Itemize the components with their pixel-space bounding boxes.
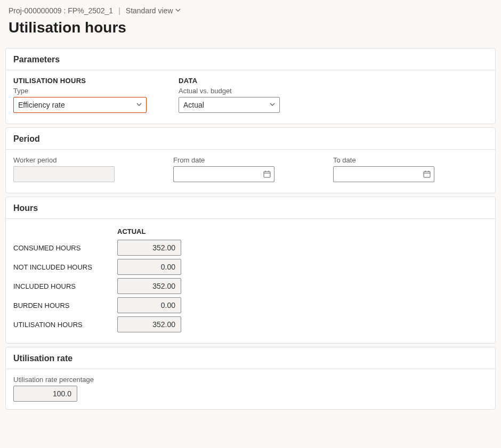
breadcrumb: Proj-000000009 : FP%_2502_1 | Standard v… — [0, 0, 501, 18]
chevron-down-icon — [136, 102, 142, 108]
burden-hours-actual: 0.00 — [117, 297, 181, 313]
table-row: BURDEN HOURS 0.00 — [13, 297, 181, 313]
utilisation-hours-actual: 352.00 — [117, 316, 181, 332]
worker-period-group: Worker period — [13, 156, 115, 182]
table-row: NOT INCLUDED HOURS 0.00 — [13, 259, 181, 275]
to-date-group: To date — [333, 156, 434, 182]
consumed-hours-actual: 352.00 — [117, 240, 181, 256]
row-label: INCLUDED HOURS — [13, 278, 117, 294]
row-label: UTILISATION HOURS — [13, 316, 117, 332]
chevron-down-icon — [270, 102, 275, 108]
page-title: Utilisation hours — [0, 18, 501, 45]
to-date-label: To date — [333, 156, 434, 164]
rate-percentage-value: 100.0 — [13, 386, 77, 402]
utilisation-rate-header: Utilisation rate — [6, 347, 495, 369]
chevron-down-icon — [175, 7, 181, 14]
type-select[interactable]: Efficiency rate — [13, 97, 147, 113]
utilisation-hours-heading: UTILISATION HOURS — [13, 77, 147, 85]
hours-panel: Hours ACTUAL CONSUMED HOURS 352.00 NOT I… — [5, 197, 496, 344]
view-dropdown[interactable]: Standard view — [126, 6, 181, 15]
worker-period-label: Worker period — [13, 156, 115, 164]
view-dropdown-label: Standard view — [126, 6, 173, 15]
type-select-value: Efficiency rate — [18, 101, 65, 109]
breadcrumb-project: Proj-000000009 : FP%_2502_1 — [9, 6, 113, 15]
parameters-header: Parameters — [6, 48, 495, 70]
table-row: UTILISATION HOURS 352.00 — [13, 316, 181, 332]
table-row: CONSUMED HOURS 352.00 — [13, 240, 181, 256]
hours-col-actual: ACTUAL — [117, 227, 181, 237]
actual-vs-budget-label: Actual vs. budget — [179, 87, 280, 95]
from-date-label: From date — [173, 156, 274, 164]
data-group: DATA Actual vs. budget Actual — [179, 77, 280, 113]
utilisation-rate-panel: Utilisation rate Utilisation rate percen… — [5, 347, 496, 410]
from-date-input[interactable] — [173, 166, 274, 182]
type-label: Type — [13, 87, 147, 95]
rate-percentage-label: Utilisation rate percentage — [13, 376, 488, 384]
to-date-input[interactable] — [333, 166, 434, 182]
breadcrumb-separator: | — [118, 6, 120, 15]
parameters-panel: Parameters UTILISATION HOURS Type Effici… — [5, 48, 496, 124]
utilisation-hours-group: UTILISATION HOURS Type Efficiency rate — [13, 77, 147, 113]
data-heading: DATA — [179, 77, 280, 85]
period-header: Period — [6, 128, 495, 150]
actual-vs-budget-select[interactable]: Actual — [179, 97, 280, 113]
from-date-group: From date — [173, 156, 274, 182]
row-label: NOT INCLUDED HOURS — [13, 259, 117, 275]
row-label: BURDEN HOURS — [13, 297, 117, 313]
actual-vs-budget-value: Actual — [183, 101, 204, 109]
table-row: INCLUDED HOURS 352.00 — [13, 278, 181, 294]
period-panel: Period Worker period From date To date — [5, 127, 496, 193]
not-included-hours-actual: 0.00 — [117, 259, 181, 275]
hours-header: Hours — [6, 197, 495, 219]
worker-period-input[interactable] — [13, 166, 115, 182]
row-label: CONSUMED HOURS — [13, 240, 117, 256]
hours-table: ACTUAL CONSUMED HOURS 352.00 NOT INCLUDE… — [13, 224, 181, 336]
included-hours-actual: 352.00 — [117, 278, 181, 294]
